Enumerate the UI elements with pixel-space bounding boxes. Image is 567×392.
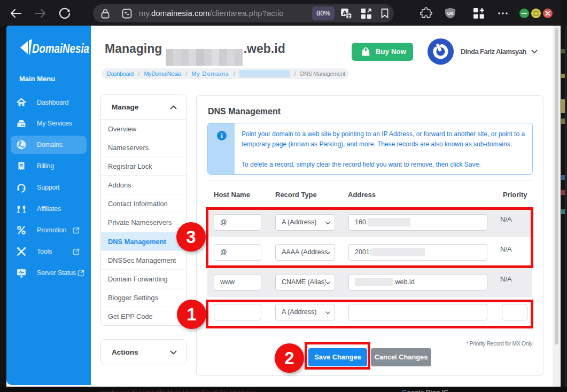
svg-text:文: 文 — [346, 14, 351, 19]
svg-text:U0: U0 — [447, 11, 454, 16]
svg-text:DomaiNesia: DomaiNesia — [32, 41, 89, 56]
